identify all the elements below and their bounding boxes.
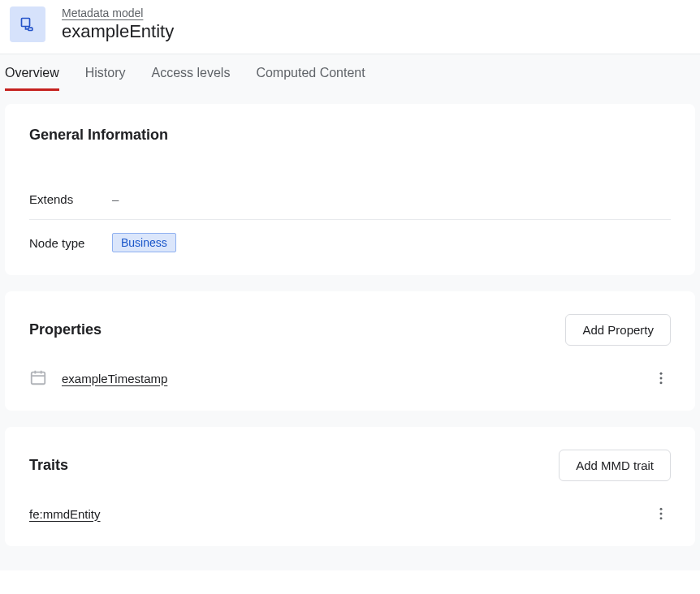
calendar-icon	[29, 368, 49, 388]
general-information-card: General Information Extends – Node type …	[5, 104, 695, 275]
tabs-container: Overview History Access levels Computed …	[0, 54, 700, 91]
svg-point-6	[660, 508, 663, 510]
svg-rect-2	[32, 372, 45, 385]
trait-row: fe:mmdEntity	[29, 481, 671, 523]
trait-name[interactable]: fe:mmdEntity	[29, 507, 651, 521]
header-text: Metadata model exampleEntity	[62, 6, 174, 42]
svg-rect-1	[28, 28, 32, 30]
svg-point-8	[660, 517, 663, 519]
svg-point-7	[660, 513, 663, 515]
page-header: Metadata model exampleEntity	[0, 0, 700, 54]
node-type-row: Node type Business	[29, 220, 671, 252]
tab-access-levels[interactable]: Access levels	[151, 66, 230, 91]
traits-card: Traits Add MMD trait fe:mmdEntity	[5, 427, 695, 546]
svg-point-5	[660, 381, 663, 384]
property-row: exampleTimestamp	[29, 346, 671, 388]
general-information-title: General Information	[29, 127, 671, 144]
traits-header: Traits Add MMD trait	[29, 450, 671, 481]
properties-card: Properties Add Property exampleTimestamp	[5, 291, 695, 411]
svg-point-4	[660, 377, 663, 380]
page-title: exampleEntity	[62, 21, 174, 42]
breadcrumb[interactable]: Metadata model	[62, 6, 143, 19]
tab-history[interactable]: History	[85, 66, 126, 91]
tab-overview[interactable]: Overview	[5, 66, 59, 91]
entity-icon	[10, 6, 45, 42]
tab-computed-content[interactable]: Computed Content	[256, 66, 365, 91]
extends-label: Extends	[29, 192, 112, 206]
extends-row: Extends –	[29, 179, 671, 220]
traits-title: Traits	[29, 457, 68, 474]
trait-overflow-menu[interactable]	[651, 504, 671, 523]
property-name[interactable]: exampleTimestamp	[62, 372, 638, 385]
svg-rect-0	[22, 19, 30, 27]
extends-value: –	[112, 192, 119, 206]
node-type-badge: Business	[112, 233, 176, 252]
properties-header: Properties Add Property	[29, 314, 671, 346]
tabs: Overview History Access levels Computed …	[5, 54, 695, 91]
content: General Information Extends – Node type …	[0, 91, 700, 570]
node-type-label: Node type	[29, 236, 112, 250]
properties-title: Properties	[29, 321, 102, 338]
svg-point-3	[660, 372, 663, 375]
property-overflow-menu[interactable]	[651, 368, 671, 388]
add-mmd-trait-button[interactable]: Add MMD trait	[559, 450, 671, 481]
add-property-button[interactable]: Add Property	[565, 314, 671, 346]
